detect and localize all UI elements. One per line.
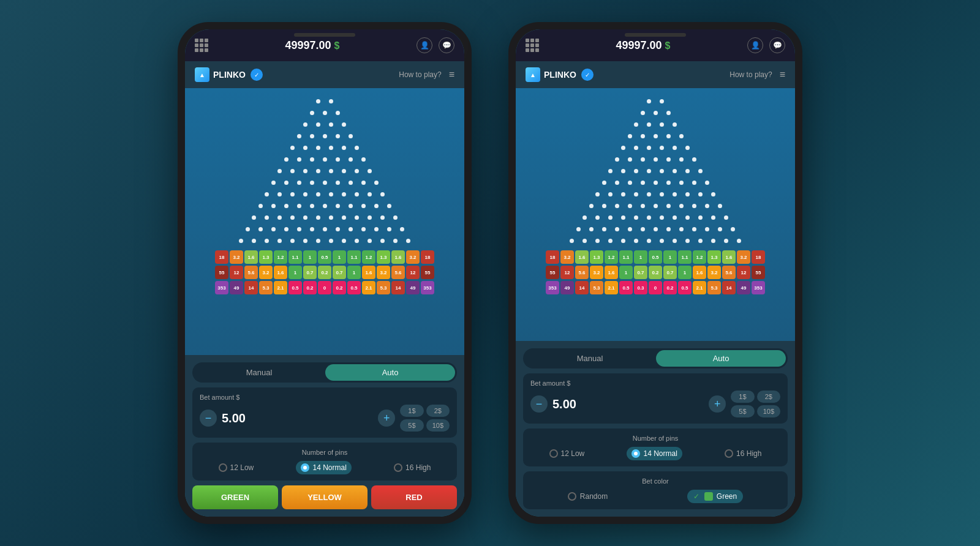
prize-cell[interactable]: 0.5	[288, 281, 302, 294]
prize-cell[interactable]: 1	[663, 250, 677, 264]
color-option-green[interactable]: ✓ Green	[687, 490, 743, 503]
prize-cell[interactable]: 49	[560, 281, 574, 294]
prize-cell[interactable]: 2.1	[605, 281, 618, 294]
pin-option-16-high-right[interactable]: 16 High	[725, 449, 761, 458]
manual-tab-right[interactable]: Manual	[525, 350, 655, 367]
bet-increase-button-right[interactable]: +	[709, 395, 726, 413]
prize-cell[interactable]: 1.1	[678, 250, 692, 264]
prize-cell[interactable]: 3.2	[707, 266, 721, 279]
prize-cell[interactable]: 2.1	[274, 281, 287, 294]
prize-cell[interactable]: 0.3	[634, 281, 647, 294]
grid-icon-right[interactable]	[526, 39, 539, 52]
prize-cell[interactable]: 2.1	[362, 281, 375, 294]
prize-cell[interactable]: 12	[230, 266, 243, 279]
prize-cell[interactable]: 0.2	[318, 266, 331, 279]
preset-10-button-right[interactable]: 10$	[757, 405, 780, 417]
prize-cell[interactable]: 1.3	[377, 250, 390, 264]
prize-cell[interactable]: 18	[752, 250, 765, 264]
yellow-bet-button[interactable]: YELLOW	[282, 485, 368, 509]
red-bet-button[interactable]: RED	[371, 485, 457, 509]
prize-cell[interactable]: 5.6	[391, 266, 405, 279]
prize-cell[interactable]: 0.5	[347, 281, 361, 294]
prize-cell[interactable]: 1.6	[362, 266, 375, 279]
pin-option-14-normal[interactable]: 14 Normal	[296, 461, 351, 474]
prize-cell[interactable]: 5.6	[722, 266, 736, 279]
prize-cell[interactable]: 353	[421, 281, 434, 294]
user-icon[interactable]: 👤	[417, 37, 432, 53]
manual-tab[interactable]: Manual	[194, 364, 324, 381]
prize-cell[interactable]: 5.6	[575, 266, 589, 279]
prize-cell[interactable]: 353	[215, 281, 228, 294]
prize-cell[interactable]: 3.2	[259, 266, 273, 279]
prize-cell[interactable]: 3.2	[737, 250, 750, 264]
bet-decrease-button-right[interactable]: −	[530, 395, 548, 413]
prize-cell[interactable]: 55	[546, 266, 559, 279]
prize-cell[interactable]: 1.3	[259, 250, 273, 264]
prize-cell[interactable]: 0	[318, 281, 331, 294]
prize-cell[interactable]: 3.2	[406, 250, 420, 264]
prize-cell[interactable]: 2.1	[693, 281, 706, 294]
prize-cell[interactable]: 5.3	[377, 281, 390, 294]
prize-cell[interactable]: 1	[288, 266, 302, 279]
prize-cell[interactable]: 0.5	[649, 250, 662, 264]
bet-increase-button[interactable]: +	[378, 410, 395, 427]
prize-cell[interactable]: 49	[737, 281, 750, 294]
prize-cell[interactable]: 49	[406, 281, 420, 294]
preset-1-button-right[interactable]: 1$	[731, 391, 754, 403]
prize-cell[interactable]: 1.2	[274, 250, 287, 264]
prize-cell[interactable]: 14	[575, 281, 589, 294]
pin-option-14-normal-right[interactable]: 14 Normal	[627, 447, 682, 460]
preset-2-button[interactable]: 2$	[426, 405, 450, 417]
prize-cell[interactable]: 55	[421, 266, 434, 279]
preset-5-button-right[interactable]: 5$	[731, 405, 754, 417]
prize-cell[interactable]: 0.2	[303, 281, 317, 294]
prize-cell[interactable]: 0.5	[318, 250, 331, 264]
pin-option-16-high[interactable]: 16 High	[394, 463, 431, 472]
prize-cell[interactable]: 1.3	[707, 250, 721, 264]
prize-cell[interactable]: 1.1	[288, 250, 302, 264]
prize-cell[interactable]: 5.6	[244, 266, 258, 279]
prize-cell[interactable]: 0	[649, 281, 662, 294]
prize-cell[interactable]: 1.6	[575, 250, 589, 264]
prize-cell[interactable]: 1.1	[347, 250, 361, 264]
prize-cell[interactable]: 1.6	[244, 250, 258, 264]
pin-option-12-low[interactable]: 12 Low	[219, 463, 254, 472]
chat-icon-right[interactable]: 💬	[769, 37, 785, 53]
prize-cell[interactable]: 3.2	[230, 250, 243, 264]
prize-cell[interactable]: 14	[391, 281, 405, 294]
prize-cell[interactable]: 5.3	[259, 281, 273, 294]
prize-cell[interactable]: 3.2	[590, 266, 603, 279]
user-icon-right[interactable]: 👤	[747, 37, 763, 53]
prize-cell[interactable]: 12	[737, 266, 750, 279]
prize-cell[interactable]: 14	[244, 281, 258, 294]
preset-5-button[interactable]: 5$	[400, 419, 423, 432]
prize-cell[interactable]: 1.6	[605, 266, 618, 279]
pin-option-12-low-right[interactable]: 12 Low	[549, 449, 585, 458]
prize-cell[interactable]: 1.1	[619, 250, 633, 264]
prize-cell[interactable]: 12	[560, 266, 574, 279]
menu-icon[interactable]: ≡	[449, 69, 454, 80]
preset-10-button[interactable]: 10$	[426, 419, 450, 432]
prize-cell[interactable]: 1	[333, 250, 346, 264]
prize-cell[interactable]: 5.3	[590, 281, 603, 294]
prize-cell[interactable]: 0.2	[333, 281, 346, 294]
prize-cell[interactable]: 1	[634, 250, 647, 264]
how-to-play-link[interactable]: How to play?	[399, 70, 441, 79]
prize-cell[interactable]: 49	[230, 281, 243, 294]
prize-cell[interactable]: 0.7	[303, 266, 317, 279]
prize-cell[interactable]: 18	[215, 250, 228, 264]
prize-cell[interactable]: 14	[722, 281, 736, 294]
prize-cell[interactable]: 0.7	[663, 266, 677, 279]
prize-cell[interactable]: 1.3	[590, 250, 603, 264]
prize-cell[interactable]: 1.6	[693, 266, 706, 279]
prize-cell[interactable]: 0.5	[678, 281, 692, 294]
prize-cell[interactable]: 353	[752, 281, 765, 294]
prize-cell[interactable]: 1.2	[605, 250, 618, 264]
menu-icon-right[interactable]: ≡	[780, 69, 785, 80]
color-option-random[interactable]: Random	[568, 492, 608, 501]
prize-cell[interactable]: 3.2	[560, 250, 574, 264]
prize-cell[interactable]: 0.2	[663, 281, 677, 294]
prize-cell[interactable]: 5.3	[707, 281, 721, 294]
prize-cell[interactable]: 1	[678, 266, 692, 279]
prize-cell[interactable]: 1.2	[693, 250, 706, 264]
